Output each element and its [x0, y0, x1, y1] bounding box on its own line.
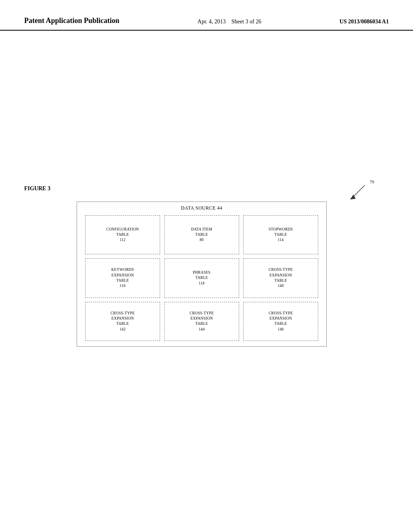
- svg-text:79: 79: [370, 179, 375, 184]
- svg-line-1: [353, 185, 365, 197]
- table-number-142: 142: [119, 327, 125, 332]
- table-name-crosstype-140: CROSS-TYPEEXPANSIONTABLE: [269, 267, 293, 283]
- table-number-140: 140: [277, 283, 284, 289]
- table-box-dataitem: DATA ITEMTABLE 80: [164, 215, 239, 254]
- table-name-stopwords: STOPWORDSTABLE: [269, 227, 293, 238]
- date-sheet-label: Apr. 4, 2013 Sheet 3 of 26: [198, 18, 261, 26]
- datasource-label: DATA SOURCE 44: [77, 202, 326, 214]
- table-number-114: 114: [278, 237, 284, 243]
- page-header: Patent Application Publication Apr. 4, 2…: [0, 0, 413, 31]
- table-name-configuration: CONFIGURATIONTABLE: [106, 227, 139, 238]
- table-name-phrases: PHRASESTABLE: [193, 270, 211, 281]
- table-name-crosstype-144: CROSS-TYPEEXPANSIONTABLE: [190, 311, 214, 327]
- table-name-crosstype-142: CROSS-TYPEEXPANSIONTABLE: [111, 311, 135, 327]
- date-label: Apr. 4, 2013: [198, 19, 226, 25]
- sheet-label: Sheet 3 of 26: [232, 19, 261, 25]
- table-name-crosstype-146: CROSS-TYPEEXPANSIONTABLE: [269, 311, 293, 327]
- table-box-keywords: KEYWORDSEXPANSIONTABLE 116: [85, 258, 160, 297]
- table-number-144: 144: [198, 327, 204, 332]
- arrow-annotation: 79: [344, 179, 377, 204]
- table-box-crosstype-144: CROSS-TYPEEXPANSIONTABLE 144: [164, 302, 239, 341]
- table-box-crosstype-146: CROSS-TYPEEXPANSIONTABLE 146: [243, 302, 318, 341]
- table-box-crosstype-142: CROSS-TYPEEXPANSIONTABLE 142: [85, 302, 160, 341]
- table-number-118: 118: [199, 281, 205, 286]
- table-box-configuration: CONFIGURATIONTABLE 112: [85, 215, 160, 254]
- table-number-146: 146: [277, 327, 284, 332]
- table-number-116: 116: [120, 283, 126, 289]
- table-box-stopwords: STOPWORDSTABLE 114: [243, 215, 318, 254]
- table-number-112: 112: [120, 237, 126, 243]
- figure-label: FIGURE 3: [24, 185, 50, 192]
- diagram-container: DATA SOURCE 44 CONFIGURATIONTABLE 112 DA…: [77, 202, 327, 347]
- tables-grid: CONFIGURATIONTABLE 112 DATA ITEMTABLE 80…: [77, 214, 326, 345]
- patent-number-label: US 2013/0086034 A1: [340, 18, 389, 26]
- publication-label: Patent Application Publication: [24, 16, 119, 25]
- table-name-keywords: KEYWORDSEXPANSIONTABLE: [111, 267, 134, 283]
- table-box-crosstype-140: CROSS-TYPEEXPANSIONTABLE 140: [243, 258, 318, 297]
- table-name-dataitem: DATA ITEMTABLE: [191, 227, 212, 238]
- table-box-phrases: PHRASESTABLE 118: [164, 258, 239, 297]
- table-number-80: 80: [200, 237, 204, 243]
